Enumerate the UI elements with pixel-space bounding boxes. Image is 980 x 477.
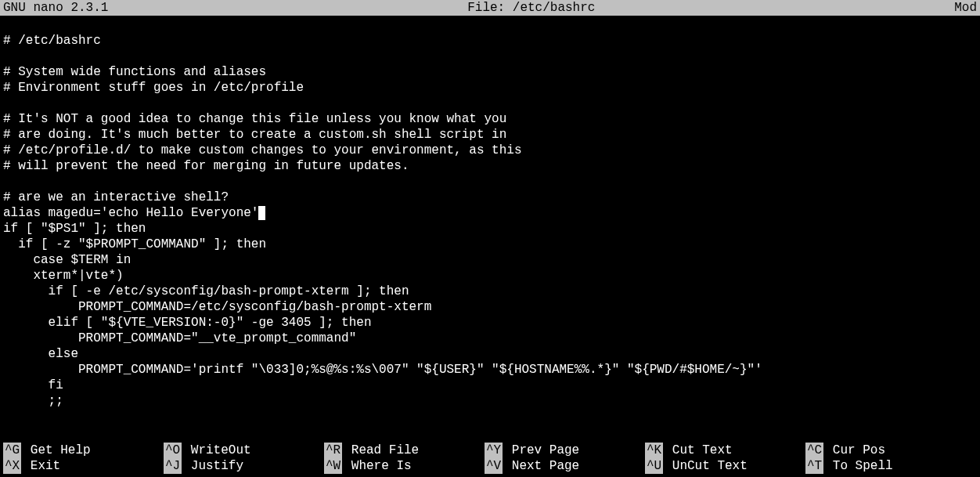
shortcut-key: ^U [645,458,663,474]
code-line[interactable]: fi [3,378,977,393]
shortcut-key: ^K [645,443,663,458]
code-line[interactable]: if [ -e /etc/sysconfig/bash-prompt-xterm… [3,284,977,299]
code-line[interactable] [3,49,977,64]
code-line[interactable]: if [ "$PS1" ]; then [3,221,977,237]
shortcut-key: ^W [324,458,342,474]
code-line[interactable]: # are doing. It's much better to create … [3,127,977,143]
shortcut-label: Prev Page [504,443,579,458]
shortcut-key: ^T [805,458,823,474]
shortcut-label: Cur Pos [825,443,885,458]
shortcut-key: ^O [164,443,182,458]
shortcut-key: ^C [805,443,823,458]
modified-status: Mod [954,0,977,16]
code-line[interactable]: # System wide functions and aliases [3,64,977,80]
code-line[interactable]: case $TERM in [3,252,977,268]
shortcut-key: ^J [164,458,182,474]
code-line[interactable]: alias magedu='echo Hello Everyone' [3,205,977,221]
title-bar: GNU nano 2.3.1 File: /etc/bashrc Mod [0,0,980,16]
code-line[interactable]: if [ -z "$PROMPT_COMMAND" ]; then [3,237,977,252]
shortcut-read-file[interactable]: ^R Read File [324,443,485,458]
code-line[interactable]: elif [ "${VTE_VERSION:-0}" -ge 3405 ]; t… [3,315,977,331]
code-line[interactable]: # will prevent the need for merging in f… [3,158,977,174]
shortcut-prev-page[interactable]: ^Y Prev Page [485,443,645,458]
code-line[interactable]: # are we an interactive shell? [3,190,977,205]
shortcut-label: UnCut Text [665,458,748,474]
code-line[interactable]: else [3,346,977,362]
code-line[interactable] [3,17,977,33]
shortcut-key: ^R [324,443,342,458]
shortcut-label: WriteOut [183,443,250,458]
shortcut-label: Exit [23,458,60,474]
shortcut-to-spell[interactable]: ^T To Spell [805,458,966,474]
shortcut-next-page[interactable]: ^V Next Page [485,458,645,474]
app-name: GNU nano 2.3.1 [3,0,108,16]
shortcut-label: Where Is [344,458,411,474]
code-line[interactable]: # /etc/profile.d/ to make custom changes… [3,143,977,158]
shortcut-key: ^X [3,458,21,474]
shortcut-cut-text[interactable]: ^K Cut Text [645,443,805,458]
shortcut-key: ^G [3,443,21,458]
shortcut-key: ^Y [485,443,503,458]
shortcut-cur-pos[interactable]: ^C Cur Pos [805,443,966,458]
code-line[interactable]: PROMPT_COMMAND=/etc/sysconfig/bash-promp… [3,299,977,315]
shortcut-get-help[interactable]: ^G Get Help [3,443,164,458]
shortcut-uncut-text[interactable]: ^U UnCut Text [645,458,805,474]
shortcut-bar: ^G Get Help^O WriteOut^R Read File^Y Pre… [0,443,980,477]
shortcut-label: To Spell [825,458,892,474]
code-line[interactable] [3,174,977,190]
shortcut-label: Justify [183,458,243,474]
code-line[interactable]: # It's NOT a good idea to change this fi… [3,111,977,127]
file-name: File: /etc/bashrc [108,0,954,16]
cursor [258,206,265,220]
editor-area[interactable]: # /etc/bashrc # System wide functions an… [0,16,980,410]
code-line[interactable]: PROMPT_COMMAND='printf "\033]0;%s@%s:%s\… [3,362,977,378]
code-line[interactable]: ;; [3,393,977,409]
shortcut-where-is[interactable]: ^W Where Is [324,458,485,474]
code-line[interactable]: # Environment stuff goes in /etc/profile [3,80,977,96]
shortcut-row-1: ^G Get Help^O WriteOut^R Read File^Y Pre… [3,443,977,458]
code-line[interactable]: xterm*|vte*) [3,268,977,284]
code-line[interactable]: PROMPT_COMMAND="__vte_prompt_command" [3,331,977,346]
shortcut-label: Next Page [504,458,579,474]
shortcut-label: Cut Text [665,443,732,458]
code-line[interactable]: # /etc/bashrc [3,33,977,49]
shortcut-label: Get Help [23,443,90,458]
shortcut-key: ^V [485,458,503,474]
shortcut-writeout[interactable]: ^O WriteOut [164,443,324,458]
shortcut-label: Read File [344,443,419,458]
shortcut-justify[interactable]: ^J Justify [164,458,324,474]
shortcut-exit[interactable]: ^X Exit [3,458,164,474]
shortcut-row-2: ^X Exit^J Justify^W Where Is^V Next Page… [3,458,977,474]
code-line[interactable] [3,96,977,111]
